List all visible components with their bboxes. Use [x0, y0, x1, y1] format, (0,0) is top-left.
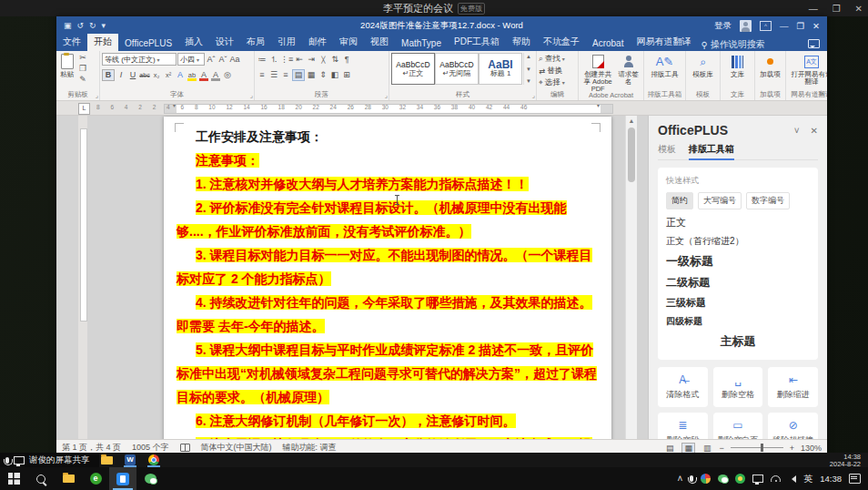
tab-insert[interactable]: 插入	[178, 34, 209, 51]
chip-simple[interactable]: 简约	[666, 192, 693, 209]
panel-tab-templates[interactable]: 模板	[658, 143, 676, 156]
tab-file[interactable]: 文件	[56, 34, 87, 51]
tool-clear-format[interactable]: A̶ 清除格式	[658, 367, 708, 407]
quick-style-body[interactable]: 正文	[666, 213, 810, 232]
chip-digit-numbering[interactable]: 数字编号	[746, 192, 790, 209]
align-center-icon[interactable]: ☰	[268, 70, 279, 80]
borders-icon[interactable]: ⊞	[341, 70, 352, 80]
tab-mailings[interactable]: 邮件	[302, 34, 333, 51]
zoom-in-icon[interactable]: +	[790, 444, 794, 453]
quick-style-body-indent[interactable]: 正文（首行缩进2）	[666, 232, 810, 250]
tray-qq-icon[interactable]	[701, 474, 711, 484]
select-button[interactable]: ⌖ 选择 ▾	[539, 77, 576, 88]
panel-collapse-icon[interactable]: ˅	[794, 126, 800, 136]
remote-file-explorer[interactable]	[98, 454, 115, 466]
multilevel-list-icon[interactable]: ⋮≡	[280, 55, 293, 65]
paragraph-dialog-launcher[interactable]: ⌟	[385, 92, 388, 99]
font-dialog-launcher[interactable]: ⌟	[250, 92, 253, 99]
panel-close-icon[interactable]: ✕	[811, 126, 818, 136]
superscript-icon[interactable]: x²	[163, 70, 174, 80]
sort-icon[interactable]: ⇅	[329, 55, 340, 65]
tray-microphone-icon[interactable]	[690, 475, 693, 482]
tab-layout[interactable]: 布局	[240, 34, 271, 51]
start-button[interactable]	[0, 467, 27, 490]
bold-icon[interactable]: B	[102, 69, 115, 81]
meeting-minimize-icon[interactable]: —	[809, 4, 818, 14]
scrollbar-thumb[interactable]	[628, 128, 635, 182]
comment-icon[interactable]	[808, 39, 820, 48]
tray-app-icon[interactable]	[735, 474, 745, 484]
template-library-button[interactable]: ⌕ 模板库	[688, 53, 718, 79]
replace-button[interactable]: ⇄ 替换	[539, 65, 576, 77]
request-signature-button[interactable]: 请求签名	[615, 53, 641, 94]
style-no-spacing[interactable]: AaBbCcD ↵无间隔	[435, 53, 479, 85]
word-close-icon[interactable]: ✕	[812, 21, 820, 31]
remote-clock[interactable]: 14:38 2024-8-22	[830, 453, 861, 468]
tab-help[interactable]: 帮助	[506, 34, 537, 51]
increase-indent-icon[interactable]: ⇥	[306, 55, 317, 65]
clock[interactable]: 14:38	[820, 474, 842, 484]
scroll-up-icon[interactable]: ▲	[626, 116, 637, 127]
tell-me-search[interactable]: ⚲ 操作说明搜索	[701, 38, 764, 51]
change-case-icon[interactable]: Aa	[229, 55, 240, 65]
tray-expand-icon[interactable]: ˄	[677, 474, 682, 484]
zoom-out-icon[interactable]: −	[719, 444, 723, 453]
zoom-slider-handle[interactable]	[761, 444, 763, 452]
quick-access-dropdown-icon[interactable]: ▾	[102, 21, 106, 30]
collapse-ribbon-icon[interactable]: ˄	[820, 90, 824, 98]
tab-selector[interactable]: L	[78, 103, 90, 115]
styles-dialog-launcher[interactable]: ⌟	[532, 92, 535, 99]
tool-remove-empty-paragraphs[interactable]: ≣ 删除空段	[658, 413, 708, 439]
asian-layout-icon[interactable]: ╳	[318, 55, 328, 65]
zoom-slider[interactable]	[731, 447, 783, 448]
meeting-maximize-icon[interactable]: ❐	[833, 4, 841, 14]
subscript-icon[interactable]: x₂	[151, 70, 162, 80]
tool-remove-blank-pages[interactable]: ▭ 删除空白页	[713, 413, 763, 439]
tab-design[interactable]: 设计	[209, 34, 240, 51]
tab-view[interactable]: 视图	[364, 34, 395, 51]
paste-button[interactable]: 粘贴	[58, 53, 76, 85]
tab-acrobat[interactable]: Acrobat	[586, 36, 630, 51]
tab-bukeng[interactable]: 不坑盒子	[537, 34, 586, 51]
line-spacing-icon[interactable]: ⇕	[318, 70, 328, 80]
distributed-icon[interactable]: ▦	[306, 70, 317, 80]
tool-remove-hyperlinks[interactable]: ⊘ 移除超链接	[768, 413, 818, 439]
decrease-indent-icon[interactable]: ⇤	[294, 55, 305, 65]
styles-scroll-down-icon[interactable]: ▼	[526, 66, 531, 72]
enclose-character-icon[interactable]: ◎	[222, 70, 233, 80]
quick-style-h1[interactable]: 一级标题	[666, 250, 810, 272]
copy-icon[interactable]: ❐	[77, 64, 88, 74]
font-size-combo[interactable]: 小四▾	[177, 53, 205, 66]
taskbar-search[interactable]	[27, 467, 55, 490]
remote-word-app[interactable]: W	[122, 454, 138, 466]
account-label[interactable]: 登录	[714, 20, 732, 32]
quick-style-main-title[interactable]: 主标题	[666, 331, 810, 352]
input-language[interactable]: 英	[803, 473, 812, 485]
print-layout-icon[interactable]: ▦	[681, 443, 695, 454]
file-explorer-button[interactable]	[55, 467, 82, 490]
browser-button[interactable]: e	[82, 467, 109, 490]
layout-tool-button[interactable]: A✎ 排版工具	[646, 53, 683, 79]
underline-icon[interactable]: U	[127, 70, 138, 80]
indent-marker-left[interactable]: ▾	[173, 102, 176, 108]
show-marks-icon[interactable]: ¶	[341, 55, 352, 65]
word-restore-icon[interactable]: ❐	[797, 21, 805, 31]
style-heading1[interactable]: AaBI 标题 1	[479, 53, 522, 85]
italic-icon[interactable]: I	[116, 70, 126, 80]
word-minimize-icon[interactable]: —	[780, 21, 789, 31]
proofing-icon[interactable]	[180, 444, 190, 452]
youdao-open-button[interactable]: A文 打开网易有道翻译	[788, 53, 827, 87]
cut-icon[interactable]: ✂	[77, 53, 88, 63]
quick-style-h2[interactable]: 二级标题	[666, 272, 810, 293]
bullets-icon[interactable]: ≔	[257, 55, 267, 65]
grow-font-icon[interactable]: Aˆ	[206, 55, 217, 65]
clipboard-dialog-launcher[interactable]: ⌟	[96, 92, 98, 99]
wechat-button[interactable]	[136, 467, 164, 490]
shrink-font-icon[interactable]: Aˇ	[217, 55, 228, 65]
text-highlight-icon[interactable]: ab	[187, 70, 197, 80]
style-normal[interactable]: AaBbCcD ↵正文	[391, 53, 435, 85]
character-shading-icon[interactable]: A	[210, 70, 221, 80]
ribbon-display-options-icon[interactable]: ˄	[760, 21, 772, 31]
library-button[interactable]: 文库	[722, 53, 752, 79]
tray-display-icon[interactable]	[752, 475, 763, 483]
